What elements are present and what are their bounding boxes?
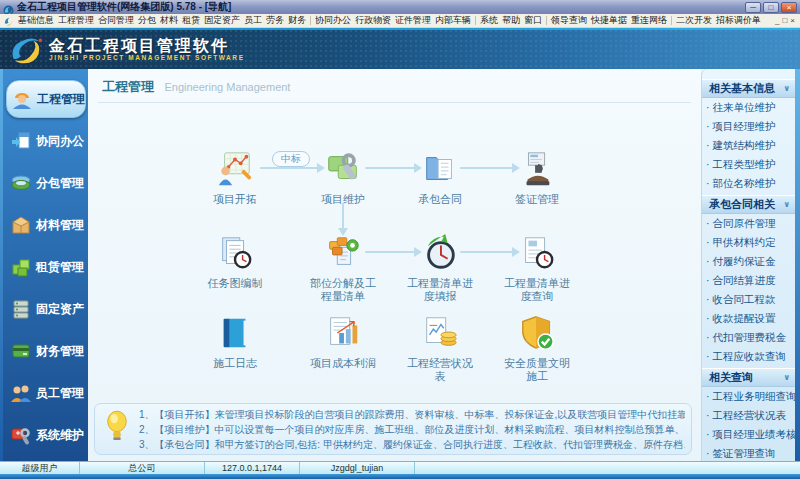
sidebar-item-finance-mgmt[interactable]: 财务管理	[3, 330, 88, 372]
sidebar-item-project-mgmt[interactable]: 工程管理	[6, 80, 86, 118]
menu-item-help[interactable]: 帮助	[500, 14, 522, 27]
flow-node-label: 施工日志	[199, 357, 271, 370]
flow-node-boq-progress-query[interactable]: 工程量清单进度查询	[492, 234, 582, 303]
book-icon	[216, 314, 254, 352]
left-sidebar: 工程管理 协同办公 分包管理 材料管理 租赁管理 固定资产	[3, 69, 88, 461]
flow-node-project-development[interactable]: 项目开拓	[190, 150, 280, 206]
right-panel-link[interactable]: 收款提醒设置	[702, 309, 795, 328]
app-window: 金石工程项目管理软件(网络集团版) 5.78 - [导航] ─ □ × 基础信息…	[0, 0, 800, 479]
right-panel-link[interactable]: 收合同工程款	[702, 290, 795, 309]
menu-item-subcontract[interactable]: 分包	[136, 14, 158, 27]
menu-item-contract-mgmt[interactable]: 合同管理	[96, 14, 136, 27]
menu-item-internal-vehicles[interactable]: 内部车辆	[433, 14, 473, 27]
menu-item-finance[interactable]: 财务	[286, 14, 308, 27]
content-area: 工程管理 Engineering Management 项目开拓 中标 项目维护	[88, 69, 701, 461]
box-icon	[10, 214, 32, 236]
right-panel-link[interactable]: 工程类型维护	[702, 155, 795, 174]
sidebar-item-label: 协同办公	[36, 133, 84, 150]
chart-coins-icon	[421, 314, 459, 352]
menu-separator	[546, 16, 547, 25]
right-panel-link[interactable]: 代扣管理费税金	[702, 328, 795, 347]
rp-section-query[interactable]: 相关查询 ∨	[702, 368, 795, 387]
right-panel-link[interactable]: 项目经理维护	[702, 117, 795, 136]
menu-item-material[interactable]: 材料	[158, 14, 180, 27]
menu-item-secondary-dev[interactable]: 二次开发	[674, 14, 714, 27]
project-maintenance-icon	[324, 150, 362, 188]
menu-item-fixed-assets[interactable]: 固定资产	[202, 14, 242, 27]
flow-node-construction-log[interactable]: 施工日志	[190, 314, 280, 370]
menu-item-leader-query[interactable]: 领导查询	[549, 14, 589, 27]
lightbulb-icon	[95, 409, 139, 449]
flow-node-safety-quality[interactable]: 安全质量文明施工	[492, 314, 582, 383]
flow-node-label: 项目成本利润	[307, 357, 379, 370]
menu-separator	[475, 16, 476, 25]
right-panel-link[interactable]: 甲供材料约定	[702, 233, 795, 252]
right-panel-link[interactable]: 往来单位维护	[702, 98, 795, 117]
chevron-down-icon: ∨	[784, 196, 791, 213]
menu-item-labor[interactable]: 劳务	[264, 14, 286, 27]
flow-node-label: 工程量清单进度查询	[501, 277, 573, 303]
sidebar-item-system-maint[interactable]: 系统维护	[3, 414, 88, 456]
mdi-minimize-button[interactable]: _	[775, 15, 779, 27]
mdi-window-controls: _ □ ×	[775, 15, 797, 27]
menu-item-admin-supplies[interactable]: 行政物资	[353, 14, 393, 27]
flow-node-business-status[interactable]: 工程经营状况表	[395, 314, 485, 383]
rp-section-basic-info[interactable]: 相关基本信息 ∨	[702, 79, 795, 98]
right-panel-link[interactable]: 部位名称维护	[702, 174, 795, 193]
close-button[interactable]: ×	[781, 2, 797, 13]
right-panel-link[interactable]: 工程业务明细查询	[702, 387, 795, 406]
flow-node-cost-profit[interactable]: 项目成本利润	[298, 314, 388, 370]
cubes-icon	[10, 256, 32, 278]
menu-item-reconnect-network[interactable]: 重连网络	[629, 14, 669, 27]
sidebar-item-fixed-assets[interactable]: 固定资产	[3, 288, 88, 330]
arrow-down-icon	[342, 203, 344, 229]
menu-item-window[interactable]: 窗口	[522, 14, 544, 27]
worker-icon	[11, 88, 33, 110]
sidebar-item-collaboration[interactable]: 协同办公	[3, 120, 88, 162]
menu-item-certificates[interactable]: 证件管理	[393, 14, 433, 27]
mdi-close-button[interactable]: ×	[790, 15, 795, 27]
right-panel-link[interactable]: 合同结算进度	[702, 271, 795, 290]
flow-node-contract[interactable]: 承包合同	[395, 150, 485, 206]
right-panel-link[interactable]: 工程应收款查询	[702, 347, 795, 366]
sidebar-item-subcontract-mgmt[interactable]: 分包管理	[3, 162, 88, 204]
menu-item-quick-docs[interactable]: 快捷单据	[589, 14, 629, 27]
title-bar: 金石工程项目管理软件(网络集团版) 5.78 - [导航] ─ □ ×	[0, 0, 800, 14]
bottom-window-frame	[0, 474, 800, 479]
flow-node-boq-progress-report[interactable]: 工程量清单进度填报	[395, 234, 485, 303]
brand-banner: 金石工程项目管理软件 JINSHI PROJECT MANAGEMENT SOF…	[0, 30, 800, 69]
menu-item-project-mgmt[interactable]: 工程管理	[56, 14, 96, 27]
page-title: 工程管理	[102, 79, 154, 94]
flow-node-visa-mgmt[interactable]: 签证管理	[492, 150, 582, 206]
tip-line-3: 3、【承包合同】和甲方签订的合同,包括: 甲供材约定、履约保证金、合同执行进度、…	[139, 437, 685, 452]
menu-separator	[310, 16, 311, 25]
flow-node-label: 签证管理	[501, 193, 573, 206]
mdi-restore-button[interactable]: □	[782, 15, 787, 27]
menu-item-system[interactable]: 系统	[478, 14, 500, 27]
right-panel-link[interactable]: 工程经营状况表	[702, 406, 795, 425]
right-panel-link[interactable]: 付履约保证金	[702, 252, 795, 271]
right-panel-link[interactable]: 项目经理业绩考核	[702, 425, 795, 444]
contract-folder-icon	[421, 150, 459, 188]
right-panel-link[interactable]: 建筑结构维护	[702, 136, 795, 155]
brand-logo-icon	[8, 35, 44, 65]
minimize-button[interactable]: ─	[745, 2, 761, 13]
flow-node-project-maintenance[interactable]: 项目维护	[298, 150, 388, 206]
layers-icon	[10, 172, 32, 194]
menu-item-basic-info[interactable]: 基础信息	[16, 14, 56, 27]
sidebar-item-label: 租赁管理	[36, 259, 84, 276]
flow-node-boq-breakdown[interactable]: 部位分解及工程量清单	[298, 234, 388, 303]
maximize-button[interactable]: □	[763, 2, 779, 13]
sidebar-item-lease-mgmt[interactable]: 租赁管理	[3, 246, 88, 288]
menu-item-lease[interactable]: 租赁	[180, 14, 202, 27]
menu-item-collaboration[interactable]: 协同办公	[313, 14, 353, 27]
menu-item-staff[interactable]: 员工	[242, 14, 264, 27]
right-panel-link[interactable]: 合同原件管理	[702, 214, 795, 233]
sidebar-item-staff-mgmt[interactable]: 员工管理	[3, 372, 88, 414]
chevron-down-icon: ∨	[784, 369, 791, 386]
rp-section-contract[interactable]: 承包合同相关 ∨	[702, 195, 795, 214]
flow-node-task-chart[interactable]: 任务图编制	[190, 234, 280, 290]
status-server-address: 127.0.0.1,1744	[205, 462, 300, 474]
sidebar-item-material-mgmt[interactable]: 材料管理	[3, 204, 88, 246]
menu-item-bid-price-adjust[interactable]: 招标调价单	[714, 14, 763, 27]
